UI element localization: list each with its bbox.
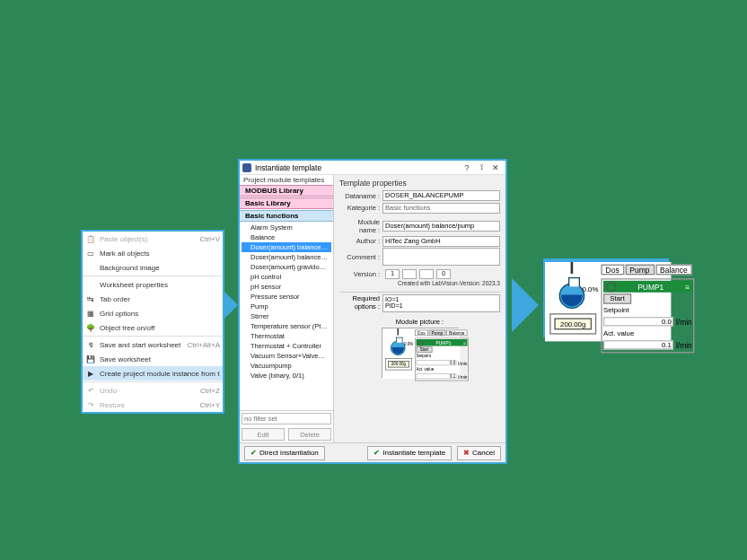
dataname-field[interactable]: DOSER_BALANCEPUMP (382, 190, 500, 201)
instantiate-template-button[interactable]: ✔Instantiate template (367, 446, 452, 460)
menu-item-label: Grid options (100, 310, 220, 318)
version-minor[interactable] (402, 269, 417, 279)
menu-icon[interactable]: ≡ (685, 283, 690, 291)
module-picture-label: Module picture : (339, 318, 500, 326)
menu-item-label: Object tree on/off (100, 324, 220, 332)
subcategory-basic-functions[interactable]: Basic functions (240, 210, 333, 222)
dialog-titlebar: Instantiate template ? ⟟ ✕ (240, 161, 505, 175)
menu-item-label: Create project module instance from temp… (100, 370, 220, 378)
setpoint-field[interactable]: 0.0 (603, 317, 673, 326)
category-basic[interactable]: Basic Library (240, 197, 333, 209)
menu-item-icon: ⭾ (85, 295, 96, 303)
filter-input[interactable] (242, 413, 331, 424)
menu-item[interactable]: Worksheet properties (83, 277, 223, 292)
help-icon[interactable]: ? (460, 163, 474, 172)
version-major[interactable]: 1 (385, 269, 400, 279)
menu-item-label: Mark all objects (100, 249, 220, 258)
menu-item-label: Worksheet properties (100, 281, 220, 289)
version-build[interactable]: 0 (436, 269, 451, 279)
template-list-item[interactable]: pH sensor (242, 282, 331, 292)
menu-item-icon: 💾 (85, 355, 96, 363)
menu-item-icon: ↯ (85, 341, 96, 349)
menu-item-icon: 🌳 (85, 324, 96, 332)
module-preview: 0.0% 200.00g Dos Pump Balance PUMP1≡ Sta… (543, 258, 669, 337)
version-patch[interactable] (419, 269, 434, 279)
comment-field[interactable] (382, 248, 500, 266)
module-tabs: Dos Pump Balance (601, 265, 691, 276)
x-icon: ✖ (463, 449, 470, 457)
tab-pump[interactable]: Pump (625, 265, 654, 276)
template-list-item[interactable]: pH control (242, 272, 331, 282)
menu-item[interactable]: ▭Mark all objects (83, 246, 223, 260)
dialog-title: Instantiate template (255, 163, 460, 172)
status-indicator-icon (606, 281, 617, 292)
template-list-item[interactable]: Balance (242, 232, 331, 242)
template-list: Alarm SystemBalanceDoser(amount) balance… (240, 223, 333, 410)
percent-label: 0.0% (583, 285, 599, 293)
flow-arrow-2 (512, 278, 539, 332)
menu-item-shortcut: Ctrl+Y (200, 401, 220, 409)
template-tree-panel: Project module templates MODBUS Library … (240, 175, 334, 442)
tab-balance[interactable]: Balance (655, 265, 692, 276)
template-list-item[interactable]: Valve (binary, 0/1) (242, 371, 331, 381)
menu-item-label: Restore (100, 401, 195, 409)
context-menu: 📋Paste object(s)Ctrl+V▭Mark all objectsB… (81, 230, 224, 414)
template-list-item[interactable]: Doser(amount) balance/valve (242, 252, 331, 262)
menu-item-icon: 📋 (85, 235, 96, 243)
menu-item-shortcut: Ctrl+Alt+A (188, 341, 220, 349)
template-list-item[interactable]: Temperature sensor (Pt100) (242, 321, 331, 331)
module-picture: 0.0% 200.00g Dos Pump Balance PUMP1≡ Sta… (382, 328, 459, 378)
pin-icon[interactable]: ⟟ (474, 162, 488, 172)
template-properties-panel: Template properties Dataname :DOSER_BALA… (334, 175, 505, 442)
category-modbus[interactable]: MODBUS Library (240, 185, 333, 197)
template-list-item[interactable]: Stirrer (242, 311, 331, 321)
template-list-item[interactable]: Thermostat + Controller (242, 341, 331, 351)
template-list-item[interactable]: Vacuumpump (242, 361, 331, 371)
properties-title: Template properties (339, 179, 500, 188)
menu-item: ↶UndoCtrl+Z (83, 383, 223, 398)
template-list-item[interactable]: Alarm System (242, 223, 331, 232)
template-list-item[interactable]: Vacuum Sensor+Valve+Control (242, 351, 331, 361)
direct-instantiation-button[interactable]: ✔Direct instantiation (244, 446, 325, 460)
menu-item[interactable]: 🌳Object tree on/off (83, 320, 223, 335)
menu-item[interactable]: Background image (83, 260, 223, 275)
menu-item-icon: ▶ (85, 370, 96, 378)
delete-button[interactable]: Delete (288, 428, 331, 441)
template-list-item[interactable]: Doser(amount) gravidos/valve (242, 262, 331, 272)
tab-dos[interactable]: Dos (601, 265, 623, 276)
menu-item-icon: ↷ (85, 401, 96, 409)
balance-display: 200.00g (549, 313, 596, 334)
pump-control-box: PUMP1≡ Start Setpoint 0.0l/min Act. valu… (601, 278, 694, 353)
menu-item-shortcut: Ctrl+V (200, 235, 220, 243)
template-list-item[interactable]: Doser(amount) balance/pump (242, 242, 331, 252)
template-list-item[interactable]: Pressure sensor (242, 292, 331, 302)
cancel-button[interactable]: ✖Cancel (457, 446, 501, 460)
menu-item: ↷RestoreCtrl+Y (83, 398, 223, 412)
menu-item-icon: ▦ (85, 310, 96, 318)
menu-item[interactable]: ↯Save and start worksheetCtrl+Alt+A (83, 337, 223, 352)
author-field[interactable]: HiTec Zang GmbH (382, 236, 500, 247)
menu-item[interactable]: ▶Create project module instance from tem… (83, 366, 223, 381)
instantiate-template-dialog: Instantiate template ? ⟟ ✕ Project modul… (238, 159, 507, 464)
menu-item-label: Save and start worksheet (100, 341, 182, 349)
check-icon: ✔ (250, 449, 257, 457)
module-name-field[interactable]: Doser(amount) balance/pump (382, 221, 500, 232)
menu-item-label: Save worksheet (100, 355, 220, 363)
menu-item[interactable]: 💾Save worksheet (83, 352, 223, 366)
menu-item: 📋Paste object(s)Ctrl+V (83, 232, 223, 246)
created-with-label: Created with LabVision-Version: 2023.3 (339, 280, 500, 286)
menu-item-label: Paste object(s) (100, 235, 195, 243)
actual-value-field: 0.1 (603, 340, 673, 349)
template-list-item[interactable]: Pump (242, 302, 331, 311)
edit-button[interactable]: Edit (242, 428, 285, 441)
required-options-field[interactable]: IO=1 PID=1 (382, 294, 500, 312)
menu-item-icon: ↶ (85, 387, 96, 395)
kategorie-field[interactable]: Basic functions (382, 203, 500, 214)
menu-item[interactable]: ⭾Tab order (83, 292, 223, 306)
menu-item[interactable]: ▦Grid options (83, 306, 223, 320)
template-list-item[interactable]: Thermostat (242, 331, 331, 341)
close-icon[interactable]: ✕ (488, 163, 503, 172)
check-icon: ✔ (374, 449, 380, 457)
start-button[interactable]: Start (603, 293, 631, 303)
menu-item-label: Undo (100, 387, 195, 395)
